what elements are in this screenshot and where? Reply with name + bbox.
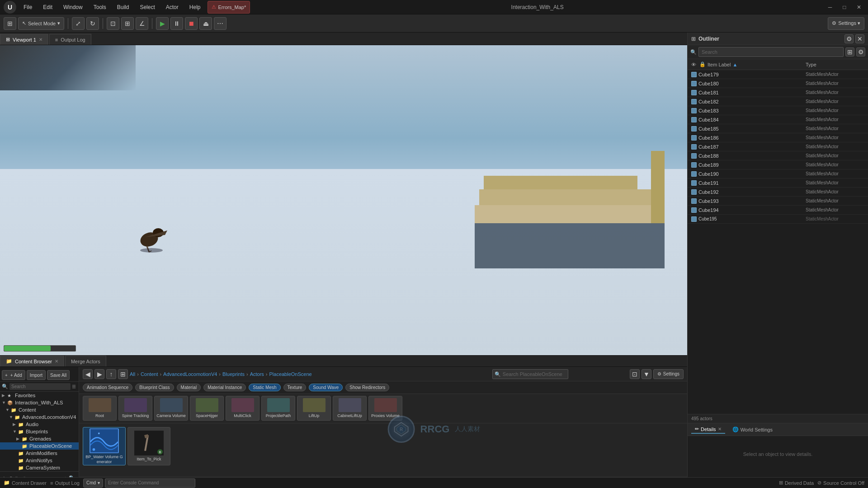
list-item[interactable]: Camera Volume bbox=[154, 396, 188, 421]
list-item[interactable]: Root bbox=[83, 396, 117, 421]
tab-close-viewport1[interactable]: ✕ bbox=[39, 37, 42, 42]
table-row[interactable]: Cube190 StaticMeshActor bbox=[688, 169, 868, 178]
breadcrumb-adv[interactable]: AdvancedLocomotionV4 bbox=[163, 371, 217, 377]
tab-world-settings[interactable]: 🌐 World Settings bbox=[729, 426, 776, 433]
derived-data-button[interactable]: ⊞ Derived Data bbox=[779, 480, 814, 486]
toolbar-move-button[interactable]: ⤢ bbox=[72, 17, 85, 30]
tab-details[interactable]: ✏ Details ✕ bbox=[691, 425, 725, 434]
table-row[interactable]: Cube182 StaticMeshActor bbox=[688, 97, 868, 106]
list-item[interactable]: ProjectilePath bbox=[261, 396, 295, 421]
details-close-button[interactable]: ✕ bbox=[718, 427, 722, 432]
tab-output-log[interactable]: ≡ Output Log bbox=[49, 34, 91, 45]
filter-toggle-button[interactable]: ▼ bbox=[642, 369, 651, 379]
table-row[interactable]: Cube183 StaticMeshActor bbox=[688, 106, 868, 115]
add-button[interactable]: + + Add bbox=[2, 370, 25, 380]
tab-content-browser[interactable]: 📁 Content Browser ✕ bbox=[0, 356, 64, 366]
list-item[interactable]: Proxies Volume bbox=[368, 396, 402, 421]
viewport[interactable] bbox=[0, 45, 687, 355]
toolbar-rotate-button[interactable]: ↻ bbox=[86, 17, 99, 30]
breadcrumb-blueprints[interactable]: Blueprints bbox=[222, 371, 245, 377]
menu-select[interactable]: Select bbox=[138, 3, 156, 11]
restore-button[interactable]: □ bbox=[839, 2, 850, 13]
table-row[interactable]: Cube195 StaticMeshActor bbox=[688, 215, 868, 224]
tree-item-animnotifys[interactable]: 📁 AnimNotifys bbox=[0, 457, 79, 464]
tab-viewport1[interactable]: ⊞ Viewport 1 ✕ bbox=[0, 34, 48, 45]
outliner-close-button[interactable]: ✕ bbox=[855, 34, 864, 43]
filter-animation-sequence[interactable]: Animation Sequence bbox=[83, 384, 132, 391]
filter-material[interactable]: Material bbox=[177, 384, 201, 391]
filter-sound-wave[interactable]: Sound Wave bbox=[309, 384, 343, 391]
nav-forward-button[interactable]: ▶ bbox=[94, 369, 104, 379]
table-row[interactable]: Cube186 StaticMeshActor bbox=[688, 133, 868, 142]
list-item[interactable]: CabinetLiftUp bbox=[333, 396, 367, 421]
tree-item-camerasystem[interactable]: 📁 CameraSystem bbox=[0, 464, 79, 471]
toolbar-play-button[interactable]: ▶ bbox=[156, 17, 169, 30]
menu-window[interactable]: Window bbox=[61, 3, 85, 11]
tree-item-audio[interactable]: ▶ 📁 Audio bbox=[0, 421, 79, 428]
filter-show-redirectors[interactable]: Show Redirectors bbox=[345, 384, 389, 391]
tab-merge-actors[interactable]: Merge Actors bbox=[65, 356, 106, 366]
breadcrumb-placeableonscene[interactable]: PlaceableOnScene bbox=[269, 371, 311, 377]
menu-file[interactable]: File bbox=[22, 3, 34, 11]
toolbar-snap-button[interactable]: ⊡ bbox=[107, 17, 119, 30]
table-row[interactable]: Cube187 StaticMeshActor bbox=[688, 142, 868, 151]
outliner-columns-icon[interactable]: ⊞ bbox=[845, 47, 854, 56]
table-row[interactable]: Cube189 StaticMeshActor bbox=[688, 160, 868, 169]
table-row[interactable]: Cube184 StaticMeshActor bbox=[688, 115, 868, 124]
select-mode-button[interactable]: ↖ Select Mode ▾ bbox=[18, 17, 64, 30]
filter-material-instance[interactable]: Material Instance bbox=[203, 384, 246, 391]
menu-help[interactable]: Help bbox=[188, 3, 203, 11]
toolbar-more-button[interactable]: ⋯ bbox=[214, 17, 226, 30]
tree-item-blueprints[interactable]: ▼ 📁 Blueprints bbox=[0, 428, 79, 435]
source-control-button[interactable]: ⊘ Source Control Off bbox=[817, 480, 864, 486]
breadcrumb-all[interactable]: All bbox=[130, 371, 135, 377]
breadcrumb-actors[interactable]: Actors bbox=[250, 371, 264, 377]
toolbar-stop-button[interactable]: ⏹ bbox=[185, 17, 198, 30]
tab-close-content-browser[interactable]: ✕ bbox=[55, 359, 58, 364]
filter-texture[interactable]: Texture bbox=[283, 384, 307, 391]
tree-item-content[interactable]: ▼ 📁 Content bbox=[0, 406, 79, 413]
tree-item-animmodifiers[interactable]: 📁 AnimModifiers bbox=[0, 450, 79, 457]
toolbar-eject-button[interactable]: ⏏ bbox=[199, 17, 212, 30]
menu-tools[interactable]: Tools bbox=[92, 3, 108, 11]
filter-blueprint-class[interactable]: Blueprint Class bbox=[135, 384, 174, 391]
tree-item-placeableonscene[interactable]: 📁 PlaceableOnScene bbox=[0, 442, 79, 450]
outliner-filter-icon[interactable]: ⚙ bbox=[856, 47, 865, 56]
tree-filter-button[interactable]: ☰ bbox=[72, 384, 76, 389]
import-button[interactable]: Import bbox=[27, 370, 46, 380]
menu-edit[interactable]: Edit bbox=[41, 3, 54, 11]
list-item[interactable]: BP_Water Volume Generator bbox=[83, 427, 126, 465]
table-row[interactable]: Cube191 StaticMeshActor bbox=[688, 178, 868, 188]
toolbar-angle-button[interactable]: ∠ bbox=[136, 17, 148, 30]
error-tab[interactable]: ⚠ Errors_Map* bbox=[208, 1, 250, 14]
list-item[interactable]: MultiClick bbox=[226, 396, 259, 421]
table-row[interactable]: Cube192 StaticMeshActor bbox=[688, 188, 868, 197]
breadcrumb-content[interactable]: Content bbox=[141, 371, 158, 377]
filter-static-mesh[interactable]: Static Mesh bbox=[249, 384, 280, 391]
content-search-input[interactable] bbox=[492, 369, 568, 379]
settings-button[interactable]: ⚙ Settings ▾ bbox=[828, 17, 864, 30]
tree-item-project[interactable]: ▼ 📦 Interaction_With_ALS bbox=[0, 399, 79, 406]
table-row[interactable]: Cube188 StaticMeshActor bbox=[688, 151, 868, 160]
toolbar-pause-button[interactable]: ⏸ bbox=[170, 17, 183, 30]
content-settings-button[interactable]: ⚙ Settings bbox=[653, 369, 684, 379]
table-row[interactable]: Cube181 StaticMeshActor bbox=[688, 88, 868, 97]
list-item[interactable]: SpaceHijger bbox=[190, 396, 224, 421]
output-log-button[interactable]: ≡ Output Log bbox=[50, 480, 80, 486]
list-item[interactable]: Spine Tracking bbox=[118, 396, 152, 421]
nav-up-button[interactable]: ↑ bbox=[106, 369, 116, 379]
nav-home-button[interactable]: ⊞ bbox=[118, 369, 128, 379]
table-row[interactable]: Cube193 StaticMeshActor bbox=[688, 197, 868, 206]
list-item[interactable]: B Item_To_Pick bbox=[127, 427, 170, 465]
table-row[interactable]: Cube179 StaticMeshActor bbox=[688, 70, 868, 79]
tree-item-advancedloco[interactable]: ▼ 📁 AdvancedLocomotionV4 bbox=[0, 413, 79, 421]
table-row[interactable]: Cube185 StaticMeshActor bbox=[688, 124, 868, 133]
tree-item-favorites[interactable]: ▶ ★ Favorites bbox=[0, 392, 79, 399]
save-all-button[interactable]: Save All bbox=[47, 370, 70, 380]
table-row[interactable]: Cube180 StaticMeshActor bbox=[688, 79, 868, 88]
cmd-button[interactable]: Cmd ▾ bbox=[83, 479, 103, 488]
toolbar-grid-button[interactable]: ⊞ bbox=[121, 17, 134, 30]
nav-back-button[interactable]: ◀ bbox=[83, 369, 93, 379]
tree-search-input[interactable] bbox=[9, 383, 71, 390]
list-item[interactable]: LiftUp bbox=[297, 396, 331, 421]
